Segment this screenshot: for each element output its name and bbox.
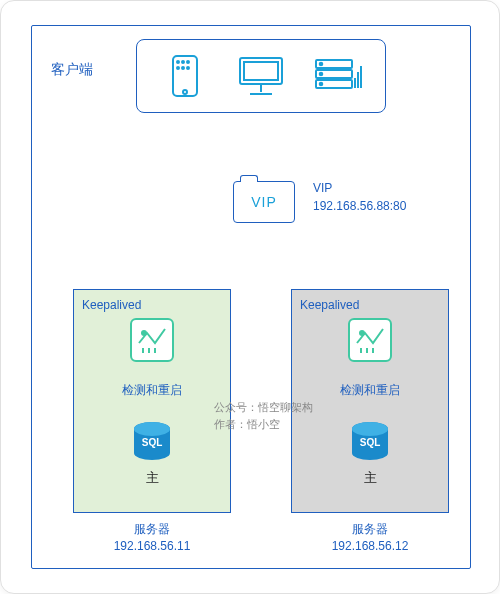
server-active-footer: 服务器 192.168.56.11 bbox=[73, 521, 231, 555]
svg-point-24 bbox=[320, 63, 323, 66]
server-standby-footer: 服务器 192.168.56.12 bbox=[291, 521, 449, 555]
role-label-left: 主 bbox=[82, 469, 222, 487]
sql-icon: SQL bbox=[348, 419, 392, 463]
svg-point-41 bbox=[352, 422, 388, 436]
svg-point-35 bbox=[134, 422, 170, 436]
sql-label: SQL bbox=[348, 437, 392, 448]
server-name-right: 服务器 bbox=[291, 521, 449, 538]
svg-point-10 bbox=[177, 61, 179, 63]
svg-point-13 bbox=[177, 67, 179, 69]
svg-point-14 bbox=[182, 67, 184, 69]
mobile-icon bbox=[159, 52, 211, 100]
vip-address: 192.168.56.88:80 bbox=[313, 199, 406, 213]
vip-box-text: VIP bbox=[234, 182, 294, 222]
sql-icon: SQL bbox=[130, 419, 174, 463]
client-label: 客户端 bbox=[51, 61, 93, 79]
attribution-line1: 公众号：悟空聊架构 bbox=[214, 399, 313, 416]
server-active-box: Keepalived 检测和重启 SQL 主 bbox=[73, 289, 231, 513]
svg-point-11 bbox=[182, 61, 184, 63]
server-rack-icon bbox=[311, 52, 363, 100]
keepalived-icon bbox=[130, 318, 174, 362]
svg-point-12 bbox=[187, 61, 189, 63]
server-active-title: Keepalived bbox=[82, 298, 222, 312]
vip-caption: VIP bbox=[313, 181, 332, 195]
vip-box: VIP bbox=[233, 181, 295, 223]
detect-label-left: 检测和重启 bbox=[82, 382, 222, 399]
svg-point-15 bbox=[187, 67, 189, 69]
server-ip-right: 192.168.56.12 bbox=[291, 538, 449, 555]
svg-rect-18 bbox=[244, 62, 278, 80]
svg-point-16 bbox=[183, 90, 187, 94]
detect-label-right: 检测和重启 bbox=[300, 382, 440, 399]
desktop-icon bbox=[235, 52, 287, 100]
attribution-line2: 作者：悟小空 bbox=[214, 416, 313, 433]
server-standby-box: Keepalived 检测和重启 SQL 主 bbox=[291, 289, 449, 513]
server-standby-title: Keepalived bbox=[300, 298, 440, 312]
server-name-left: 服务器 bbox=[73, 521, 231, 538]
svg-point-26 bbox=[320, 83, 323, 86]
sql-label: SQL bbox=[130, 437, 174, 448]
attribution: 公众号：悟空聊架构 作者：悟小空 bbox=[214, 399, 313, 432]
keepalived-icon bbox=[348, 318, 392, 362]
server-ip-left: 192.168.56.11 bbox=[73, 538, 231, 555]
svg-point-25 bbox=[320, 73, 323, 76]
role-label-right: 主 bbox=[300, 469, 440, 487]
client-devices-box bbox=[136, 39, 386, 113]
diagram-stage: 客户端 bbox=[0, 0, 500, 594]
